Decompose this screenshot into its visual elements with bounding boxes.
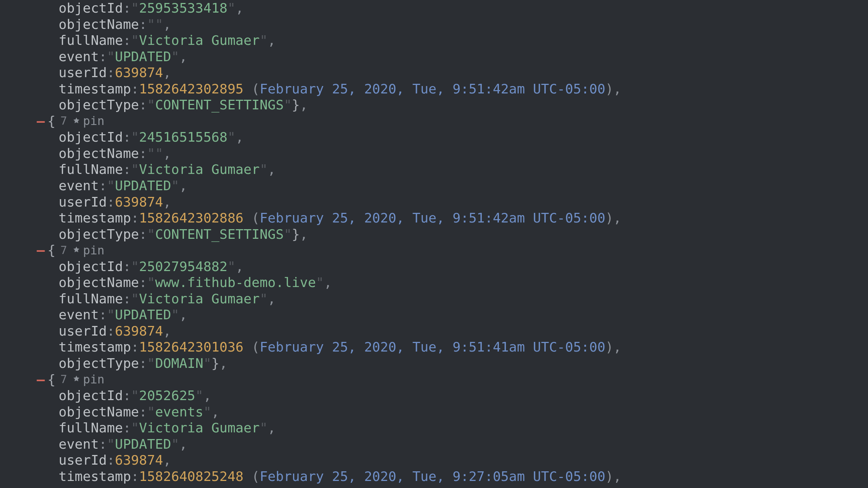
pin-button[interactable]: pin [72, 114, 105, 128]
row-fullName-key: fullName [59, 291, 123, 306]
row-timestamp: timestamp:1582642302895 (February 25, 20… [0, 81, 868, 97]
property-count: 7 [59, 114, 69, 128]
object-header: –{7pin [0, 372, 868, 388]
row-fullName-key: fullName [59, 162, 123, 177]
row-fullName: fullName:"Victoria Gumaer", [0, 32, 868, 49]
row-objectType-key: objectType [59, 227, 139, 242]
row-timestamp: timestamp:1582642301036 (February 25, 20… [0, 339, 868, 355]
row-fullName: fullName:"Victoria Gumaer", [0, 161, 868, 178]
row-objectId-key: objectId [59, 0, 123, 16]
row-objectType-value: DOMAIN [155, 356, 203, 371]
row-objectId-value: 24516515568 [139, 129, 227, 145]
row-timestamp-key: timestamp [59, 210, 131, 225]
pin-label: pin [83, 372, 105, 387]
row-fullName-key: fullName [59, 420, 123, 435]
pin-button[interactable]: pin [72, 372, 105, 387]
row-userId-value: 639874 [115, 323, 163, 339]
row-timestamp-human: February 25, 2020, Tue, 9:51:42am UTC-05… [260, 210, 605, 225]
row-event-value: UPDATED [115, 178, 171, 193]
row-userId-value: 639874 [115, 452, 163, 468]
row-event: event:"UPDATED", [0, 178, 868, 194]
row-objectName: objectName:"www.fithub-demo.live", [0, 274, 868, 291]
row-objectType: objectType:"CONTENT_SETTINGS"}, [0, 97, 868, 113]
row-objectName-value: events [155, 404, 203, 419]
pin-button[interactable]: pin [72, 243, 105, 258]
row-fullName: fullName:"Victoria Gumaer", [0, 420, 868, 436]
row-event: event:"UPDATED", [0, 49, 868, 65]
row-event-value: UPDATED [115, 49, 171, 64]
row-timestamp-key: timestamp [59, 469, 131, 484]
row-event: event:"UPDATED", [0, 436, 868, 452]
row-userId: userId:639874, [0, 194, 868, 210]
row-timestamp-key: timestamp [59, 339, 131, 355]
row-userId-value: 639874 [115, 194, 163, 210]
pin-icon [72, 375, 81, 384]
row-event-key: event [59, 307, 99, 322]
row-timestamp-value: 1582642302886 [139, 210, 244, 225]
row-userId: userId:639874, [0, 452, 868, 468]
collapse-toggle[interactable]: – [37, 242, 44, 258]
row-timestamp-key: timestamp [59, 81, 131, 96]
row-userId: userId:639874, [0, 65, 868, 81]
row-objectName-key: objectName [59, 17, 139, 32]
row-timestamp-value: 1582640825248 [139, 469, 244, 484]
row-userId-key: userId [59, 65, 107, 80]
row-event-value: UPDATED [115, 436, 171, 452]
row-objectName-value: www.fithub-demo.live [155, 275, 316, 290]
row-objectName: objectName:"", [0, 145, 868, 162]
row-userId-key: userId [59, 452, 107, 468]
row-objectId-key: objectId [59, 129, 123, 145]
collapse-toggle[interactable]: – [37, 113, 44, 129]
json-viewer: objectId:"25953533418",objectName:"",ful… [0, 0, 868, 484]
row-fullName-value: Victoria Gumaer [139, 33, 260, 48]
row-event: event:"UPDATED", [0, 307, 868, 323]
row-objectId: objectId:"2052625", [0, 388, 868, 404]
row-fullName-value: Victoria Gumaer [139, 420, 260, 435]
row-fullName-key: fullName [59, 33, 123, 48]
pin-label: pin [83, 243, 105, 258]
row-userId: userId:639874, [0, 323, 868, 339]
row-event-key: event [59, 49, 99, 64]
open-brace: { [47, 242, 56, 258]
row-objectType-key: objectType [59, 356, 139, 371]
property-count: 7 [59, 373, 69, 386]
row-objectId-value: 25953533418 [139, 0, 227, 16]
row-event-key: event [59, 178, 99, 193]
row-objectId: objectId:"25953533418", [0, 0, 868, 16]
row-event-key: event [59, 436, 99, 452]
row-timestamp-human: February 25, 2020, Tue, 9:51:42am UTC-05… [260, 81, 605, 96]
row-objectId-key: objectId [59, 259, 123, 274]
pin-icon [72, 117, 81, 126]
collapse-toggle[interactable]: – [37, 372, 44, 388]
pin-icon [72, 246, 81, 255]
row-timestamp-human: February 25, 2020, Tue, 9:27:05am UTC-05… [260, 469, 605, 484]
row-objectName-key: objectName [59, 146, 139, 161]
row-timestamp-value: 1582642302895 [139, 81, 244, 96]
row-userId-value: 639874 [115, 65, 163, 80]
row-fullName-value: Victoria Gumaer [139, 291, 260, 306]
row-objectType: objectType:"DOMAIN"}, [0, 355, 868, 372]
row-objectType-value: CONTENT_SETTINGS [155, 227, 284, 242]
row-objectType-value: CONTENT_SETTINGS [155, 97, 284, 112]
row-userId-key: userId [59, 323, 107, 339]
row-fullName-value: Victoria Gumaer [139, 162, 260, 177]
pin-label: pin [83, 114, 105, 128]
row-timestamp-value: 1582642301036 [139, 339, 244, 355]
row-objectName: objectName:"", [0, 16, 868, 33]
row-objectId-value: 25027954882 [139, 259, 227, 274]
row-timestamp: timestamp:1582642302886 (February 25, 20… [0, 210, 868, 226]
row-event-value: UPDATED [115, 307, 171, 322]
row-objectId-key: objectId [59, 388, 123, 403]
object-header: –{7pin [0, 242, 868, 258]
property-count: 7 [59, 244, 69, 257]
row-objectId: objectId:"24516515568", [0, 129, 868, 145]
row-objectType-key: objectType [59, 97, 139, 112]
row-timestamp: timestamp:1582640825248 (February 25, 20… [0, 468, 868, 485]
open-brace: { [47, 372, 56, 388]
open-brace: { [47, 113, 56, 129]
row-objectName-key: objectName [59, 404, 139, 419]
row-objectName-key: objectName [59, 275, 139, 290]
row-timestamp-human: February 25, 2020, Tue, 9:51:41am UTC-05… [260, 339, 605, 355]
row-objectName: objectName:"events", [0, 404, 868, 420]
row-userId-key: userId [59, 194, 107, 210]
